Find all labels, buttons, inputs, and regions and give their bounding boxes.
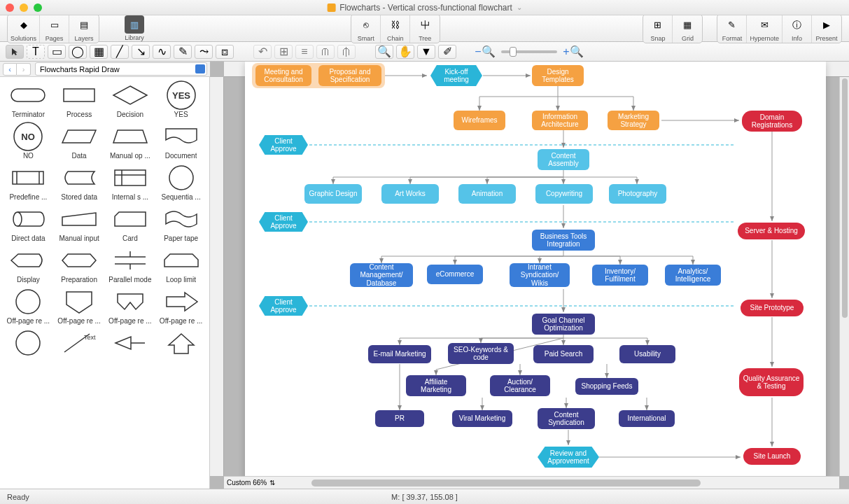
node-photo[interactable]: Photography: [609, 184, 666, 204]
shape-trapezoid[interactable]: Manual op ...: [106, 122, 155, 160]
zoom-out-button[interactable]: −🔍: [476, 45, 494, 59]
node-affiliate[interactable]: Affiliate Marketing: [406, 375, 466, 396]
canvas[interactable]: Meeting and ConsultationProposal and Spe…: [245, 62, 826, 489]
line-tool[interactable]: ╱: [111, 45, 129, 59]
tb-smart[interactable]: ⎋Smart: [351, 15, 381, 43]
node-graphic[interactable]: Graphic Design: [304, 184, 362, 204]
shape-looplimit[interactable]: Loop limit: [157, 246, 205, 284]
shape-display[interactable]: Display: [4, 246, 52, 284]
shape-manualinput[interactable]: Manual input: [55, 205, 104, 242]
node-usab[interactable]: Usability: [619, 345, 675, 363]
node-domain[interactable]: Domain Registrations: [742, 111, 802, 132]
library-select[interactable]: Flowcharts Rapid Draw: [35, 62, 207, 76]
text-tool[interactable]: T: [27, 45, 45, 59]
node-mkt[interactable]: Marketing Strategy: [608, 111, 659, 130]
tb-format[interactable]: ✎Format: [717, 15, 747, 43]
node-art[interactable]: Art Works: [381, 184, 439, 204]
shape-amp[interactable]: [106, 329, 155, 358]
tb-solutions[interactable]: ◆Solutions: [8, 15, 40, 43]
shape-yes[interactable]: YESYES: [157, 81, 205, 118]
zoom-in-button[interactable]: +🔍: [564, 45, 582, 59]
eyedropper-tool[interactable]: ✐: [438, 45, 456, 59]
shape-arrow[interactable]: Off-page re ...: [157, 288, 205, 325]
node-wire[interactable]: Wireframes: [454, 111, 505, 130]
zoom-display[interactable]: Custom 66%⇅: [224, 476, 283, 489]
zoom-tool[interactable]: 🔍: [375, 45, 393, 59]
node-viral[interactable]: Viral Marketing: [452, 410, 512, 427]
shape-circle2[interactable]: [4, 329, 52, 358]
node-proposal[interactable]: Proposal and Specification: [318, 65, 381, 86]
tb-hypernote[interactable]: ✉Hypernote: [747, 15, 783, 43]
node-ca2[interactable]: Client Approve: [259, 212, 308, 232]
node-bti[interactable]: Business Tools Integration: [532, 230, 595, 251]
window-zoom[interactable]: [34, 4, 42, 12]
node-auction[interactable]: Auction/ Clearance: [490, 375, 550, 396]
node-seo[interactable]: SEO-Keywords & code: [448, 343, 514, 364]
lib-back-button[interactable]: ‹: [3, 63, 17, 76]
lib-forward-button[interactable]: ›: [17, 63, 31, 76]
node-email[interactable]: E-mail Marketing: [368, 345, 431, 363]
shape-hex[interactable]: Preparation: [55, 246, 104, 284]
crop-tool[interactable]: ⧈: [216, 45, 234, 59]
h-scroll-thumb[interactable]: [311, 479, 701, 486]
node-pr[interactable]: PR: [375, 410, 424, 427]
ellipse-tool[interactable]: ◯: [69, 45, 87, 59]
shape-textline[interactable]: Text: [55, 329, 104, 358]
shape-offpage3[interactable]: Off-page re ...: [106, 288, 155, 325]
node-inv[interactable]: Inventory/ Fulfilment: [592, 265, 648, 286]
undo-button[interactable]: ↶: [253, 45, 272, 59]
node-server[interactable]: Server & Hosting: [738, 223, 805, 239]
stamp-tool[interactable]: ▼: [417, 45, 435, 59]
rect-tool[interactable]: ▭: [48, 45, 66, 59]
node-intranet[interactable]: Intranet Syndication/ Wikis: [510, 263, 570, 287]
tb-info[interactable]: ⓘInfo: [783, 15, 812, 43]
shape-predef[interactable]: Predefine ...: [4, 164, 52, 201]
group-button[interactable]: ⊞: [274, 45, 293, 59]
node-content[interactable]: Content Assembly: [538, 149, 589, 170]
shape-rect[interactable]: Process: [55, 81, 104, 118]
shape-document[interactable]: Document: [157, 122, 205, 160]
node-siteproto[interactable]: Site Prototype: [741, 300, 804, 316]
node-intl[interactable]: International: [619, 410, 675, 427]
shape-internal[interactable]: Internal s ...: [106, 164, 155, 201]
horizontal-scrollbar[interactable]: [283, 476, 839, 489]
hand-tool[interactable]: ✋: [396, 45, 414, 59]
window-close[interactable]: [6, 4, 14, 12]
shape-circle[interactable]: Sequentia ...: [157, 164, 205, 201]
shape-parallel[interactable]: Parallel mode: [106, 246, 155, 284]
shape-parallelogram[interactable]: Data: [55, 122, 104, 160]
curve-tool[interactable]: ∿: [153, 45, 171, 59]
node-design[interactable]: Design Templates: [532, 65, 584, 86]
distribute-button[interactable]: ⫙: [316, 45, 335, 59]
node-kickoff[interactable]: Kick-off meeting: [430, 65, 482, 86]
node-review[interactable]: Review and Approvement: [538, 447, 599, 468]
shape-cylinder[interactable]: Direct data: [4, 205, 52, 242]
node-meeting[interactable]: Meeting and Consultation: [255, 65, 311, 86]
shape-terminator[interactable]: Terminator: [4, 81, 52, 118]
shape-papertape[interactable]: Paper tape: [157, 205, 205, 242]
library-button[interactable]: ▥ Library: [120, 15, 148, 41]
node-anim[interactable]: Animation: [458, 184, 516, 204]
tb-layers[interactable]: ▤Layers: [69, 15, 99, 43]
tb-snap[interactable]: ⊞Snap: [643, 15, 673, 43]
node-csynd[interactable]: Content Syndication: [538, 408, 595, 429]
node-analytics[interactable]: Analytics/ Intelligence: [665, 265, 721, 286]
node-ca1[interactable]: Client Approve: [259, 135, 308, 155]
vertical-scrollbar[interactable]: [839, 77, 849, 476]
shape-offpage1[interactable]: Off-page re ...: [4, 288, 52, 325]
tb-tree[interactable]: ⼬Tree: [410, 15, 440, 43]
node-qa[interactable]: Quality Assurance & Testing: [739, 368, 804, 396]
node-paid[interactable]: Paid Search: [533, 345, 594, 363]
zoom-slider[interactable]: [501, 50, 557, 53]
table-tool[interactable]: ▦: [90, 45, 108, 59]
chevron-down-icon[interactable]: ⌄: [517, 4, 522, 11]
connector-tool[interactable]: ↘: [132, 45, 150, 59]
tb-pages[interactable]: ▭Pages: [40, 15, 69, 43]
shape-no[interactable]: NONO: [4, 122, 52, 160]
node-goal[interactable]: Goal Channel Optimization: [532, 314, 595, 335]
node-ca3[interactable]: Client Approve: [259, 296, 308, 316]
shape-stored[interactable]: Stored data: [55, 164, 104, 201]
tb-present[interactable]: ▶Present: [812, 15, 841, 43]
window-minimize[interactable]: [20, 4, 28, 12]
node-info[interactable]: Information Architecture: [532, 111, 588, 130]
